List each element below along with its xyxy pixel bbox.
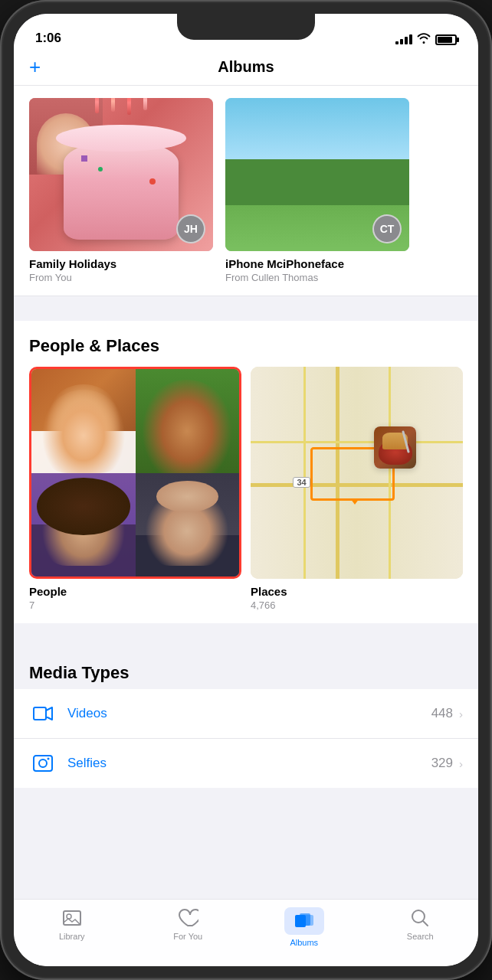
selfies-count: 329 <box>431 756 453 771</box>
places-thumbnail: 34 <box>251 367 463 579</box>
selfies-chevron: › <box>459 757 463 770</box>
album-avatar-ct: CT <box>372 214 402 243</box>
library-icon <box>61 907 83 929</box>
tab-search[interactable]: Search <box>362 907 479 941</box>
svg-point-5 <box>67 914 71 919</box>
svg-rect-8 <box>304 915 313 926</box>
media-types-section: Media Types Videos 448 <box>14 648 478 788</box>
tab-library-label: Library <box>59 932 85 941</box>
person-cell-1 <box>31 369 136 473</box>
albums-active-bg <box>284 907 324 935</box>
media-types-title: Media Types <box>14 648 478 689</box>
selfies-label: Selfies <box>67 756 431 771</box>
album-owner-family-holidays: From You <box>29 272 213 283</box>
albums-scroll: JH Family Holidays From You <box>14 86 478 296</box>
people-grid-item[interactable]: People 7 <box>29 367 241 611</box>
list-item-videos[interactable]: Videos 448 › <box>14 689 478 739</box>
album-owner-iphone: From Cullen Thomas <box>225 272 409 283</box>
phone-screen: 1:06 <box>14 14 478 966</box>
person-cell-4 <box>136 473 240 577</box>
tab-albums-label: Albums <box>290 938 318 947</box>
album-name-iphone: iPhone MciPhoneface <box>225 257 409 270</box>
people-places-section: People & Places <box>14 321 478 623</box>
add-album-button[interactable]: + <box>29 55 41 79</box>
tab-albums[interactable]: Albums <box>246 907 362 947</box>
screen-content: 1:06 <box>14 14 478 966</box>
map-route-label: 34 <box>293 477 310 488</box>
status-time: 1:06 <box>35 31 61 46</box>
phone-device: 1:06 <box>0 0 492 980</box>
videos-label: Videos <box>67 706 431 721</box>
svg-rect-0 <box>34 707 46 720</box>
places-count: 4,766 <box>251 599 463 611</box>
page-title: Albums <box>218 58 274 76</box>
signal-icon <box>395 34 412 44</box>
svg-rect-1 <box>34 756 52 771</box>
person-cell-3 <box>31 473 136 577</box>
tab-library[interactable]: Library <box>14 907 130 941</box>
videos-count: 448 <box>431 706 453 721</box>
scroll-content[interactable]: JH Family Holidays From You <box>14 86 478 899</box>
search-icon <box>409 907 431 929</box>
tab-bar: Library For You <box>14 899 478 966</box>
wifi-icon <box>417 33 431 46</box>
tab-for-you-label: For You <box>173 932 202 941</box>
svg-point-2 <box>39 760 47 767</box>
status-icons <box>395 33 457 46</box>
album-item-iphone[interactable]: CT iPhone MciPhoneface From Cullen Thoma… <box>225 98 409 283</box>
battery-icon <box>435 34 457 45</box>
album-avatar-jh: JH <box>176 214 205 243</box>
people-label: People <box>29 585 241 598</box>
album-name-family-holidays: Family Holidays <box>29 257 213 270</box>
album-thumb-iphone: CT <box>225 98 409 251</box>
shared-albums-section: JH Family Holidays From You <box>14 86 478 296</box>
map-food-pin <box>374 426 416 469</box>
people-count: 7 <box>29 599 241 611</box>
videos-chevron: › <box>459 707 463 720</box>
selfies-icon <box>29 750 57 777</box>
album-item-family-holidays[interactable]: JH Family Holidays From You <box>29 98 213 283</box>
people-places-title: People & Places <box>14 321 478 367</box>
tab-search-label: Search <box>407 932 434 941</box>
for-you-icon <box>177 907 198 929</box>
nav-header: + Albums <box>14 52 478 86</box>
people-thumbnail <box>29 367 241 579</box>
videos-icon <box>29 700 57 727</box>
list-item-selfies[interactable]: Selfies 329 › <box>14 739 478 788</box>
notch <box>177 14 315 40</box>
places-grid-item[interactable]: 34 <box>251 367 463 611</box>
people-places-grid: People 7 <box>14 367 478 611</box>
person-cell-2 <box>136 369 240 473</box>
album-thumb-family-holidays: JH <box>29 98 213 251</box>
places-label: Places <box>251 585 463 598</box>
tab-for-you[interactable]: For You <box>130 907 247 941</box>
svg-point-3 <box>48 758 50 760</box>
